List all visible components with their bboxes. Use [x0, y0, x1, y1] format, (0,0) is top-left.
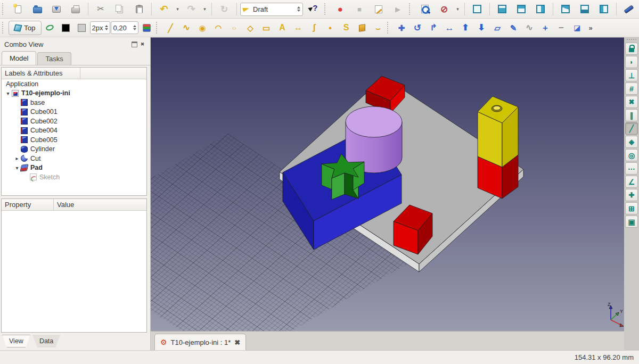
- draft-bezcurve-button[interactable]: ⌣: [370, 20, 386, 35]
- draft-offset-button[interactable]: ↱: [425, 20, 441, 35]
- workbench-selector[interactable]: Draft: [240, 3, 303, 16]
- macro-edit-button[interactable]: [370, 2, 388, 16]
- snap-endpoint-button[interactable]: ◗: [625, 56, 638, 68]
- toolbar-grip[interactable]: [156, 22, 160, 34]
- tree-item-application[interactable]: Application: [2, 79, 146, 89]
- view-axonometric-button[interactable]: [468, 2, 486, 16]
- draft-move-button[interactable]: ✚: [394, 20, 409, 35]
- draft-circle-button[interactable]: ◉: [194, 20, 210, 35]
- cut-button[interactable]: ✂: [92, 2, 110, 16]
- tree-item-pad[interactable]: ▾Pad: [2, 163, 146, 173]
- snap-working-plane-button[interactable]: ⊞: [625, 202, 638, 214]
- tab-model[interactable]: Model: [2, 51, 36, 65]
- print-button[interactable]: [67, 2, 85, 16]
- whats-this-button[interactable]: [304, 2, 322, 16]
- draw-style-menu-button[interactable]: ▾: [454, 2, 461, 16]
- snap-special-button[interactable]: ◈: [625, 136, 638, 148]
- draft-facebinder-button[interactable]: [354, 20, 370, 35]
- draft-line-button[interactable]: ╱: [162, 20, 178, 35]
- snap-center-button[interactable]: ◎: [625, 149, 638, 161]
- fit-all-button[interactable]: [416, 2, 434, 16]
- draft-point-button[interactable]: ●: [322, 20, 338, 35]
- draft-arc-button[interactable]: ◠: [210, 20, 226, 35]
- macro-record-button[interactable]: ●: [331, 2, 349, 16]
- view-bottom-button[interactable]: [576, 2, 594, 16]
- 3d-viewport[interactable]: Z Y X: [151, 37, 624, 331]
- draft-polygon-button[interactable]: ◇: [242, 20, 258, 35]
- redo-button[interactable]: ↷: [182, 2, 200, 16]
- tree-item-cube002[interactable]: Cube002: [2, 117, 146, 126]
- tree-item-cut[interactable]: ▸Cut: [2, 154, 146, 163]
- snap-dimensions-button[interactable]: ⋯: [625, 162, 638, 175]
- draft-shapestring-button[interactable]: S: [338, 20, 354, 35]
- draft-dimension-button[interactable]: ↔: [290, 20, 306, 35]
- toolbar-grip[interactable]: [324, 3, 328, 15]
- text-scale-spinbox[interactable]: 0,20: [111, 21, 138, 34]
- spin-arrows[interactable]: [105, 25, 108, 30]
- tree-expander-icon[interactable]: ▾: [13, 165, 21, 171]
- document-tab[interactable]: ⚙ T10-ejemplo-ini : 1* ✖: [154, 334, 246, 350]
- tree-item-cylinder[interactable]: Cylinder: [2, 145, 146, 154]
- spin-arrows[interactable]: [133, 25, 136, 30]
- draft-del-point-button[interactable]: −: [553, 20, 569, 35]
- draw-style-button[interactable]: ⊘: [435, 2, 453, 16]
- draft-rectangle-button[interactable]: ▭: [258, 20, 274, 35]
- apply-style-button[interactable]: [139, 20, 154, 35]
- refresh-button[interactable]: ↻: [215, 2, 233, 16]
- snap-ortho-button[interactable]: ✚: [625, 189, 638, 201]
- undo-menu-button[interactable]: ▾: [174, 2, 181, 16]
- toolbar-grip[interactable]: [627, 39, 636, 42]
- face-color-button[interactable]: [74, 20, 89, 35]
- toolbar-grip[interactable]: [387, 22, 391, 34]
- save-document-button[interactable]: [47, 2, 65, 16]
- tab-data[interactable]: Data: [32, 335, 60, 348]
- draft-to-sketch-button[interactable]: ◪: [569, 20, 585, 35]
- document-tab-close-icon[interactable]: ✖: [234, 338, 240, 346]
- line-width-spinbox[interactable]: 2px: [90, 21, 111, 34]
- tree-item-cube004[interactable]: Cube004: [2, 126, 146, 136]
- draft-ellipse-button[interactable]: ○: [226, 20, 242, 35]
- view-right-button[interactable]: [531, 2, 550, 16]
- snap-parallel-button[interactable]: ∥: [625, 109, 638, 121]
- macro-stop-button[interactable]: ■: [350, 2, 368, 16]
- toolbar-overflow[interactable]: »: [588, 24, 592, 32]
- draft-rotate-button[interactable]: ↺: [409, 20, 425, 35]
- open-document-button[interactable]: [28, 2, 46, 16]
- snap-near-button[interactable]: ╱: [625, 122, 638, 135]
- tree-item-t10-ejemplo-ini[interactable]: ▾T10-ejemplo-ini: [2, 89, 146, 98]
- draft-downgrade-button[interactable]: ⬇: [473, 20, 489, 35]
- tree-expander-icon[interactable]: ▸: [13, 155, 21, 161]
- draft-add-point-button[interactable]: +: [537, 20, 553, 35]
- measure-distance-button[interactable]: [620, 2, 638, 16]
- close-panel-icon[interactable]: ✖: [139, 41, 146, 48]
- macro-execute-button[interactable]: ▶: [389, 2, 407, 16]
- view-left-button[interactable]: [595, 2, 613, 16]
- paste-button[interactable]: [130, 2, 148, 16]
- tree-item-base[interactable]: base: [2, 98, 146, 107]
- draft-edit-button[interactable]: ✎: [505, 20, 521, 35]
- new-document-button[interactable]: [9, 2, 27, 16]
- draft-text-button[interactable]: A: [274, 20, 290, 35]
- draft-wire-to-bspline-button[interactable]: ∿: [521, 20, 537, 35]
- tree-item-cube001[interactable]: Cube001: [2, 107, 146, 117]
- undo-button[interactable]: ↶: [155, 2, 173, 16]
- tab-view[interactable]: View: [2, 335, 30, 348]
- draft-scale-button[interactable]: ▱: [489, 20, 505, 35]
- redo-menu-button[interactable]: ▾: [201, 2, 208, 16]
- working-plane-proxy-button[interactable]: [42, 20, 58, 35]
- draft-trimex-button[interactable]: ↔: [441, 20, 457, 35]
- draft-upgrade-button[interactable]: ⬆: [457, 20, 473, 35]
- toggle-grid-button[interactable]: ▣: [625, 216, 638, 228]
- toolbar-grip[interactable]: [2, 3, 6, 15]
- view-front-button[interactable]: [493, 2, 511, 16]
- snap-grid-button[interactable]: #: [625, 82, 638, 95]
- float-panel-icon[interactable]: [132, 42, 137, 47]
- spin-arrows[interactable]: [297, 6, 300, 12]
- yellow-red-stack[interactable]: [478, 96, 518, 198]
- tree-item-cube005[interactable]: Cube005: [2, 135, 146, 145]
- tab-tasks[interactable]: Tasks: [37, 52, 71, 65]
- current-working-plane-button[interactable]: Top: [9, 21, 42, 35]
- view-top-button[interactable]: [512, 2, 530, 16]
- tree-item-sketch[interactable]: Sketch: [2, 172, 146, 182]
- snap-perpendicular-button[interactable]: ⊥: [625, 69, 638, 81]
